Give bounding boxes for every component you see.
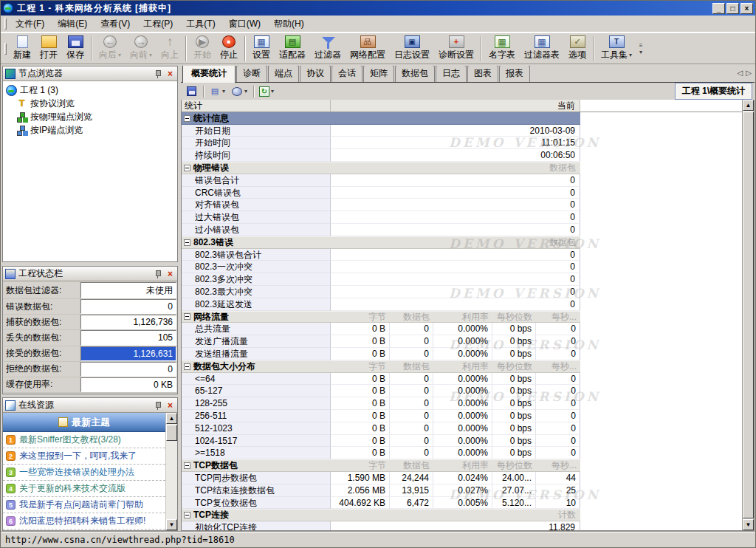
section-row[interactable]: TCP数据包字节数据包利用率每秒位数每秒... [182,459,744,472]
name-table-button[interactable]: ▦名字表 [484,34,520,63]
section-row[interactable]: 网络流量字节数据包利用率每秒位数每秒... [182,311,744,323]
toolset-button[interactable]: T工具集▾ [597,34,636,63]
settings-button[interactable]: ▦设置 [248,34,275,63]
topic-list-item[interactable]: 6沈阳蓝思特招聘科来销售工程师! [3,513,165,530]
pin-icon[interactable] [154,401,162,410]
tab-报表[interactable]: 报表 [499,66,530,82]
menu-item[interactable]: 编辑(E) [51,16,94,32]
collapse-icon[interactable] [184,462,190,469]
data-row[interactable]: 802.3延迟发送0 [182,298,744,311]
scroll-up-icon[interactable]: ▲ [743,100,754,111]
collapse-icon[interactable] [184,313,190,320]
collapse-icon[interactable] [184,239,190,246]
data-row[interactable]: 128-2550 B00.000%0 bps0 [182,397,744,410]
scrollbar-thumb[interactable] [166,425,177,441]
data-row[interactable]: 802.3一次冲突0 [182,261,744,273]
collapse-icon[interactable] [184,115,190,122]
tab-协议[interactable]: 协议 [300,66,331,82]
export-save-button[interactable] [183,84,199,98]
data-row[interactable]: 开始时间11:01:15 [182,137,744,149]
pin-icon[interactable] [154,270,162,278]
data-row[interactable]: 65-1270 B00.000%0 bps0 [182,385,744,397]
menu-item[interactable]: 文件(F) [9,16,51,32]
data-row[interactable]: 总共流量0 B00.000%0 bps0 [182,323,744,335]
section-row[interactable]: 统计信息 [182,112,744,125]
topic-list-item[interactable]: 7新手发帖(3/676) [3,530,165,530]
tab-诊断[interactable]: 诊断 [236,66,267,82]
menu-item[interactable]: 帮助(H) [267,16,311,32]
menu-item[interactable]: 窗口(W) [222,16,267,32]
data-row[interactable]: 错误包合计0 [182,174,744,187]
title-bar[interactable]: 工程 1 - 科来网络分析系统 [捕获中] _ □ × [1,1,755,16]
menubar-grip[interactable] [4,18,7,30]
data-row[interactable]: 持续时间00:06:50 [182,149,744,162]
save-button[interactable]: 保存 [62,34,89,63]
pin-icon[interactable] [154,69,162,78]
menu-item[interactable]: 工具(T) [179,16,221,32]
menu-item[interactable]: 查看(V) [94,16,137,32]
tree-item-ip-endpoint[interactable]: 按IP端点浏览 [4,123,176,137]
scrollbar-thumb[interactable] [743,112,754,518]
network-config-button[interactable]: 品网络配置 [346,34,390,63]
topic-list-item[interactable]: 4关于更新的科来技术交流版 [3,481,165,497]
stop-button[interactable]: ■停止 [216,34,242,63]
data-row[interactable]: 对齐错误包0 [182,199,744,211]
topic-list-item[interactable]: 3一些宽带连接错误的处理办法 [3,465,165,481]
filter-table-button[interactable]: ▦过滤器表 [520,34,564,63]
topic-list-item[interactable]: 1最新Sniffer图文教程(3/28) [3,432,165,448]
section-row[interactable]: 数据包大小分布字节数据包利用率每秒位数每秒... [182,360,744,373]
options-button[interactable]: ✓选项 [564,34,591,63]
topic-list-item[interactable]: 5我是新手有点问题请前辈门帮助 [3,497,165,513]
tab-端点[interactable]: 端点 [268,66,299,82]
data-row[interactable]: 256-5110 B00.000%0 bps0 [182,410,744,422]
new-file-button[interactable]: 新建 [9,34,35,63]
tab-日志[interactable]: 日志 [436,66,467,82]
minimize-button[interactable]: _ [712,3,725,14]
tree-item-protocol[interactable]: T按协议浏览 [4,97,176,110]
topic-list-item[interactable]: 2来这里报到一下，呵呵,我来了 [3,448,165,465]
tree-item-physical-endpoint[interactable]: 按物理端点浏览 [4,110,176,123]
scroll-up-icon[interactable]: ▲ [166,413,177,424]
section-row[interactable]: TCP连接计数 [182,509,744,521]
display-filter-button[interactable]: ▤▾ [207,84,227,98]
close-icon[interactable]: × [165,270,175,278]
refresh-button[interactable]: ↻▾ [257,85,276,98]
section-row[interactable]: 802.3错误数据包 [182,236,744,249]
section-row[interactable]: 物理错误数据包 [182,162,744,174]
data-row[interactable]: TCP同步数据包1.590 MB24,2440.024%24.00...44 [182,472,744,484]
data-row[interactable]: 802.3最大冲突0 [182,286,744,298]
tab-数据包[interactable]: 数据包 [395,66,435,82]
data-row[interactable]: 开始日期2010-03-09 [182,125,744,137]
status-row-value[interactable]: 1,126,631 [80,346,176,361]
tab-矩阵[interactable]: 矩阵 [363,66,394,82]
tree-item-project[interactable]: 工程 1 (3) [4,83,176,97]
tab-会话[interactable]: 会话 [331,66,362,82]
restore-button[interactable]: □ [726,3,739,14]
data-row[interactable]: 802.3多次冲突0 [182,273,744,286]
data-row[interactable]: 1024-15170 B00.000%0 bps0 [182,435,744,448]
data-row[interactable]: 发送广播流量0 B00.000%0 bps0 [182,335,744,348]
data-row[interactable]: 初始化TCP连接11,829 [182,521,744,530]
resources-scrollbar[interactable]: ▲ ▼ [165,413,177,530]
close-icon[interactable]: × [165,401,175,410]
menu-item[interactable]: 工程(P) [137,16,179,32]
log-settings-button[interactable]: ▣日志设置 [390,34,434,63]
collapse-icon[interactable] [184,512,190,518]
data-row[interactable]: 过小错误包0 [182,224,744,236]
adapter-button[interactable]: ▤适配器 [275,34,310,63]
collapse-icon[interactable] [184,363,190,370]
close-button[interactable]: × [740,3,753,14]
toolbar-grip[interactable] [4,43,7,55]
tab-概要统计[interactable]: 概要统计 [182,66,236,83]
tab-scroll-right-icon[interactable]: ▷ [746,69,752,77]
data-row[interactable]: CRC错误包0 [182,187,744,199]
open-folder-button[interactable]: 打开 [35,34,62,63]
snapshot-button[interactable]: ▾ [229,84,250,98]
data-row[interactable]: 512-10230 B00.000%0 bps0 [182,422,744,435]
diagnosis-settings-button[interactable]: +诊断设置 [434,34,478,63]
tab-图表[interactable]: 图表 [467,66,498,82]
collapse-icon[interactable] [184,165,190,171]
scroll-down-icon[interactable]: ▼ [743,519,754,530]
data-row[interactable]: 发送组播流量0 B00.000%0 bps0 [182,348,744,360]
data-row[interactable]: >=15180 B00.000%0 bps0 [182,447,744,459]
